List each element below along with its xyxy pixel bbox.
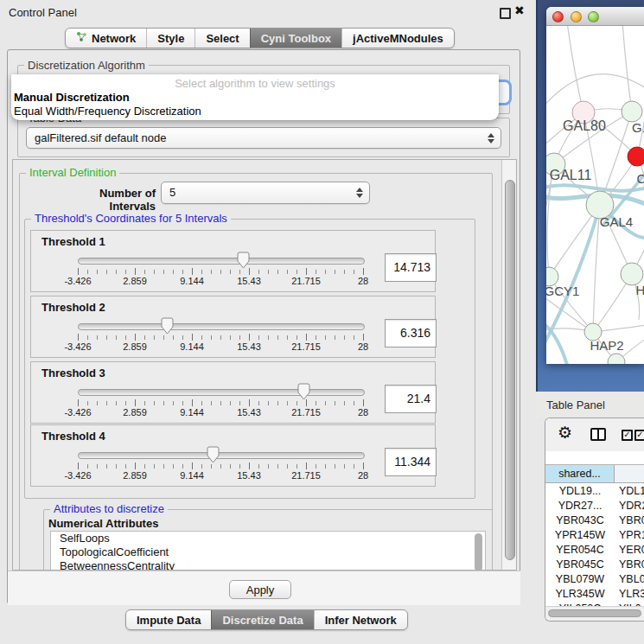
network-window-titlebar[interactable] — [546, 7, 644, 26]
tab-label: jActiveMNodules — [353, 32, 443, 45]
table-row[interactable]: YER054CYER0 — [545, 543, 644, 558]
threshold-slider-track[interactable] — [78, 389, 365, 396]
slider-thumb[interactable] — [296, 383, 311, 401]
network-node-g[interactable] — [622, 101, 642, 122]
table-header: shared...n — [545, 464, 644, 483]
checkbox-checked-icon[interactable]: ✓ — [634, 430, 644, 441]
viewport-scrollbar-thumb[interactable] — [505, 180, 515, 560]
table-row[interactable]: YPR145WYPR1 — [545, 528, 644, 543]
viewport-scrollbar[interactable] — [501, 160, 517, 570]
network-edge[interactable] — [622, 26, 632, 112]
slider-tick-label: 21.715 — [291, 470, 321, 481]
slider-tick-label: -3.426 — [64, 276, 91, 286]
column-header-shared[interactable]: shared... — [545, 465, 615, 482]
slider-tick-label: 15.43 — [237, 407, 261, 418]
close-panel-icon[interactable]: ✖ — [514, 3, 525, 17]
slider-tick-label: 9.144 — [180, 276, 204, 286]
threshold-row-1: Threshold 1-3.4262.8599.14415.4321.71528… — [30, 230, 436, 292]
spinner-arrows-icon — [488, 133, 494, 143]
tab-label: Cyni Toolbox — [261, 32, 331, 45]
tab-select[interactable]: Select — [194, 29, 249, 48]
slider-tick-label: -3.426 — [64, 341, 91, 352]
tab-jactivemnodules[interactable]: jActiveMNodules — [341, 29, 454, 48]
slider-thumb[interactable] — [206, 446, 220, 464]
table-row[interactable]: YLR345WYLR3 — [545, 587, 644, 602]
table-row[interactable]: YBR043CYBR0 — [545, 513, 644, 528]
table-hscrollbar[interactable] — [545, 606, 644, 621]
apply-button[interactable]: Apply — [229, 580, 291, 599]
slider-major-tick — [135, 399, 136, 406]
gear-icon[interactable]: ⚙ — [558, 424, 572, 442]
algorithm-option-equal-width-frequency-discretization[interactable]: Equal Width/Frequency Discretization — [14, 105, 201, 118]
table-hscrollbar-thumb[interactable] — [548, 609, 641, 617]
tab-discretize-data[interactable]: Discretize Data — [211, 610, 313, 629]
threshold-value-field[interactable]: 11.344 — [385, 448, 437, 476]
checkbox-checked-icon[interactable]: ✓ — [622, 430, 633, 441]
slider-major-tick — [192, 268, 193, 275]
thresholds-group: Threshold 1-3.4262.8599.14415.4321.71528… — [24, 219, 475, 499]
slider-thumb[interactable] — [236, 252, 251, 270]
split-columns-icon[interactable] — [590, 428, 606, 441]
bottom-tab-bar: Impute DataDiscretize DataInfer Network — [125, 609, 408, 630]
threshold-slider-track[interactable] — [78, 452, 365, 459]
threshold-value-field[interactable]: 6.316 — [385, 319, 437, 348]
threshold-value-field[interactable]: 14.713 — [385, 253, 437, 282]
cell-shared-name: YDL19... — [545, 484, 615, 499]
tab-label: Select — [206, 32, 239, 45]
zoom-window-icon[interactable] — [588, 11, 599, 22]
attributes-group-title: Attributes to discretize — [50, 503, 168, 514]
network-edge-highlighted[interactable] — [546, 185, 644, 190]
table-panel: ⚙ ✓ ✓ shared...n YDL19...YDL1YDR27...YDR… — [545, 418, 644, 622]
slider-major-tick — [249, 268, 250, 275]
slider-thumb[interactable] — [160, 317, 175, 335]
attribute-item-topologicalcoefficient[interactable]: TopologicalCoefficient — [51, 545, 485, 559]
cell-shared-name: YPR145W — [545, 528, 615, 543]
network-node-label-c: C — [637, 171, 644, 186]
table-row[interactable]: YDR27...YDR2 — [545, 499, 644, 513]
threshold-slider-track[interactable] — [78, 323, 365, 330]
network-canvas[interactable]: GAL80G.CGAL11GAL4GCY1HHAP2 — [546, 26, 644, 364]
slider-major-tick — [78, 462, 79, 469]
tab-cyni-toolbox[interactable]: Cyni Toolbox — [250, 29, 341, 48]
tab-style[interactable]: Style — [146, 29, 194, 48]
screen: Control Panel ✖ NetworkStyleSelectCyni T… — [0, 0, 644, 644]
attribute-item-betweennesscentrality[interactable]: BetweennessCentrality — [51, 559, 485, 571]
slider-tick-label: 2.859 — [123, 407, 147, 418]
tab-infer-network[interactable]: Infer Network — [314, 610, 407, 629]
threshold-value-field[interactable]: 21.4 — [385, 385, 437, 413]
slider-tick-label: 21.715 — [291, 407, 321, 418]
table-data-value: galFiltered.sif default node — [35, 128, 166, 148]
slider-minor-ticks — [78, 335, 365, 340]
float-panel-icon[interactable] — [500, 8, 511, 19]
table-row[interactable]: YBR045CYBR0 — [545, 558, 644, 572]
table-row[interactable]: YBL079WYBL0 — [545, 572, 644, 587]
table-panel-title: Table Panel — [546, 399, 605, 411]
cell-shared-name: YBL079W — [545, 572, 615, 587]
network-node-label-g: G. — [632, 120, 644, 135]
cell-shared-name: YBR045C — [545, 558, 615, 572]
slider-major-tick — [249, 334, 250, 341]
list-scrollbar-thumb[interactable] — [475, 533, 482, 571]
network-edge[interactable] — [567, 26, 583, 112]
network-node-c[interactable] — [628, 147, 644, 166]
spinner-arrows-icon — [356, 188, 363, 198]
slider-major-tick — [363, 399, 364, 406]
attribute-item-selfloops[interactable]: SelfLoops — [51, 532, 485, 545]
close-window-icon[interactable] — [552, 11, 564, 22]
number-of-intervals-combobox[interactable]: 5 — [161, 182, 370, 204]
tab-impute-data[interactable]: Impute Data — [126, 610, 211, 629]
tab-label: Network — [92, 32, 136, 45]
numerical-attributes-list[interactable]: SelfLoopsTopologicalCoefficientBetweenne… — [50, 531, 486, 571]
table-row[interactable]: YDL19...YDL1 — [545, 484, 644, 499]
slider-tick-label: -3.426 — [64, 470, 91, 481]
column-header-n[interactable]: n — [615, 465, 644, 482]
algorithm-group-title: Discretization Algorithm — [24, 60, 149, 71]
slider-tick-label: 15.43 — [237, 470, 261, 481]
tab-network[interactable]: Network — [66, 29, 146, 48]
cell-name: YDL1 — [615, 484, 644, 499]
algorithm-option-manual-discretization[interactable]: Manual Discretization — [14, 91, 130, 104]
threshold-slider-track[interactable] — [78, 258, 365, 265]
minimize-window-icon[interactable] — [571, 11, 582, 22]
table-data-combobox[interactable]: galFiltered.sif default node — [26, 127, 501, 149]
threshold-row-4: Threshold 4-3.4262.8599.14415.4321.71528… — [30, 424, 436, 487]
